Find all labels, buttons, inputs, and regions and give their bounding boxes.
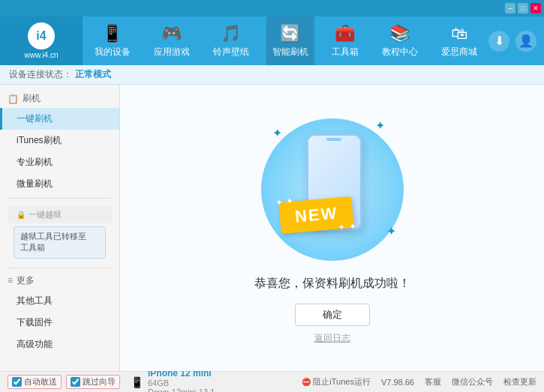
phone-notch <box>326 138 341 141</box>
header-right: ⬇ 👤 <box>488 31 544 52</box>
flash-section-label: 刷机 <box>23 92 41 105</box>
sidebar-item-micro-flash[interactable]: 微量刷机 <box>0 173 119 195</box>
download-firmware-label: 下载固件 <box>17 317 53 328</box>
nav-toolbox-icon: 🧰 <box>335 24 355 43</box>
itunes-flash-label: iTunes刷机 <box>17 135 62 145</box>
nav-smart-flash-label: 智能刷机 <box>272 46 308 58</box>
logo-area: i4 www.i4.cn <box>0 16 83 65</box>
back-to-log-link[interactable]: 返回日志 <box>314 332 350 345</box>
sidebar-item-download-firmware[interactable]: 下载固件 <box>0 312 119 334</box>
nav-smart-flash[interactable]: 🔄 智能刷机 <box>266 16 314 65</box>
sidebar-more-header: ≡ 更多 <box>0 271 119 290</box>
jailbreak-lock-label: 一键越狱 <box>29 209 62 220</box>
device-info: 📱 iPhone 12 mini 64GB Down-12mini-13,1 <box>131 368 215 393</box>
other-tools-label: 其他工具 <box>17 295 53 306</box>
stop-icon: ⛔ <box>302 378 311 386</box>
status-value: 正常模式 <box>75 68 111 81</box>
sidebar-divider-1 <box>8 198 112 199</box>
sidebar-item-itunes-flash[interactable]: iTunes刷机 <box>0 130 119 151</box>
content-panel: ✦ ✦ ✦ ✦ ✦ NEW ✦ ✦ 恭喜您，保资料刷机成功啦！ 确定 <box>120 85 544 371</box>
sparkle-top-right: ✦ <box>375 118 385 133</box>
micro-flash-label: 微量刷机 <box>17 178 53 189</box>
itunes-status-label: 阻止iTunes运行 <box>313 376 371 388</box>
new-ribbon: ✦ ✦ NEW ✦ ✦ <box>278 196 354 234</box>
sidebar-flash-header: 📋 刷机 <box>0 89 119 108</box>
device-model: Down-12mini-13,1 <box>148 388 215 393</box>
more-section-label: 更多 <box>17 274 35 287</box>
nav-bar: 📱 我的设备 🎮 应用游戏 🎵 铃声壁纸 🔄 智能刷机 🧰 工具箱 📚 教程中心… <box>83 16 488 65</box>
nav-apps-games[interactable]: 🎮 应用游戏 <box>148 16 196 65</box>
bottom-right: ⛔ 阻止iTunes运行 V7.98.66 客服 微信公众号 检查更新 <box>302 376 536 388</box>
titlebar: ─ □ ✕ <box>0 0 544 16</box>
nav-tutorials-icon: 📚 <box>389 24 410 43</box>
sidebar-item-one-click-flash[interactable]: 一键刷机 <box>0 108 119 130</box>
confirm-button-label: 确定 <box>323 308 342 322</box>
jailbreak-lock-item: 🔒 一键越狱 <box>8 206 112 223</box>
one-click-flash-label: 一键刷机 <box>17 113 53 124</box>
status-bar: 设备连接状态： 正常模式 <box>0 65 544 85</box>
device-details: iPhone 12 mini 64GB Down-12mini-13,1 <box>148 368 215 393</box>
bottom-bar: 自动敢送 跳过向导 📱 iPhone 12 mini 64GB Down-12m… <box>0 371 544 392</box>
new-stars-right: ✦ ✦ <box>338 222 357 232</box>
logo-icon: i4 <box>28 22 55 49</box>
nav-smart-flash-icon: 🔄 <box>280 24 300 43</box>
nav-toolbox[interactable]: 🧰 工具箱 <box>326 16 365 65</box>
maximize-button[interactable]: □ <box>518 3 528 13</box>
main-area: 📋 刷机 一键刷机 iTunes刷机 专业刷机 微量刷机 🔒 一键越狱 越狱工具… <box>0 85 544 371</box>
skip-wizard-checkbox[interactable] <box>71 377 80 387</box>
device-storage: 64GB <box>148 379 215 388</box>
lock-icon: 🔒 <box>17 211 26 219</box>
advanced-label: 高级功能 <box>17 339 53 349</box>
user-button[interactable]: 👤 <box>515 31 536 52</box>
nav-my-device[interactable]: 📱 我的设备 <box>89 16 137 65</box>
auto-send-checkbox-item[interactable]: 自动敢送 <box>8 375 62 389</box>
skip-wizard-label: 跳过向导 <box>83 376 116 388</box>
nav-ringtones-label: 铃声壁纸 <box>213 46 249 58</box>
nav-my-device-label: 我的设备 <box>95 46 131 58</box>
success-text: 恭喜您，保资料刷机成功啦！ <box>254 276 410 292</box>
nav-my-device-icon: 📱 <box>102 24 122 43</box>
nav-apps-games-icon: 🎮 <box>161 24 182 43</box>
pro-flash-label: 专业刷机 <box>17 157 53 167</box>
itunes-status: ⛔ 阻止iTunes运行 <box>302 376 371 388</box>
nav-apps-games-label: 应用游戏 <box>154 46 190 58</box>
nav-ringtones[interactable]: 🎵 铃声壁纸 <box>207 16 255 65</box>
service-link[interactable]: 客服 <box>425 376 441 388</box>
status-label: 设备连接状态： <box>9 68 72 81</box>
sidebar-divider-2 <box>8 268 112 268</box>
auto-send-label: 自动敢送 <box>24 376 57 388</box>
download-button[interactable]: ⬇ <box>488 31 509 52</box>
sparkle-bottom-right: ✦ <box>386 224 396 238</box>
version-label: V7.98.66 <box>381 378 414 387</box>
confirm-button[interactable]: 确定 <box>295 304 370 326</box>
minimize-button[interactable]: ─ <box>505 3 515 13</box>
jailbreak-notice-text: 越狱工具已转移至工具箱 <box>20 232 86 252</box>
device-icon: 📱 <box>131 376 143 388</box>
close-button[interactable]: ✕ <box>530 3 541 13</box>
sidebar-item-pro-flash[interactable]: 专业刷机 <box>0 151 119 173</box>
sidebar-item-advanced[interactable]: 高级功能 <box>0 334 119 355</box>
sidebar-item-other-tools[interactable]: 其他工具 <box>0 290 119 312</box>
nav-tutorials-label: 教程中心 <box>382 46 418 58</box>
update-link[interactable]: 检查更新 <box>503 376 536 388</box>
nav-mall[interactable]: 🛍 爱思商城 <box>435 16 483 65</box>
auto-send-checkbox[interactable] <box>12 377 22 387</box>
skip-wizard-checkbox-item[interactable]: 跳过向导 <box>66 375 120 389</box>
sidebar: 📋 刷机 一键刷机 iTunes刷机 专业刷机 微量刷机 🔒 一键越狱 越狱工具… <box>0 85 120 371</box>
sparkle-top-left: ✦ <box>272 126 282 140</box>
bottom-left: 自动敢送 跳过向导 📱 iPhone 12 mini 64GB Down-12m… <box>8 368 215 393</box>
wechat-link[interactable]: 微信公众号 <box>452 376 493 388</box>
flash-section-icon: 📋 <box>8 94 19 104</box>
nav-toolbox-label: 工具箱 <box>332 46 359 58</box>
more-section-icon: ≡ <box>8 275 13 286</box>
logo-url: www.i4.cn <box>24 51 58 59</box>
new-stars-left: ✦ ✦ <box>275 197 294 207</box>
jailbreak-section: 🔒 一键越狱 越狱工具已转移至工具箱 <box>0 202 119 265</box>
phone-illustration: ✦ ✦ ✦ ✦ ✦ NEW ✦ ✦ <box>257 111 407 261</box>
header: i4 www.i4.cn 📱 我的设备 🎮 应用游戏 🎵 铃声壁纸 🔄 智能刷机… <box>0 16 544 65</box>
nav-mall-icon: 🛍 <box>451 24 467 43</box>
nav-mall-label: 爱思商城 <box>441 46 477 58</box>
nav-ringtones-icon: 🎵 <box>221 24 241 43</box>
jailbreak-notice: 越狱工具已转移至工具箱 <box>14 226 106 259</box>
nav-tutorials[interactable]: 📚 教程中心 <box>376 16 424 65</box>
